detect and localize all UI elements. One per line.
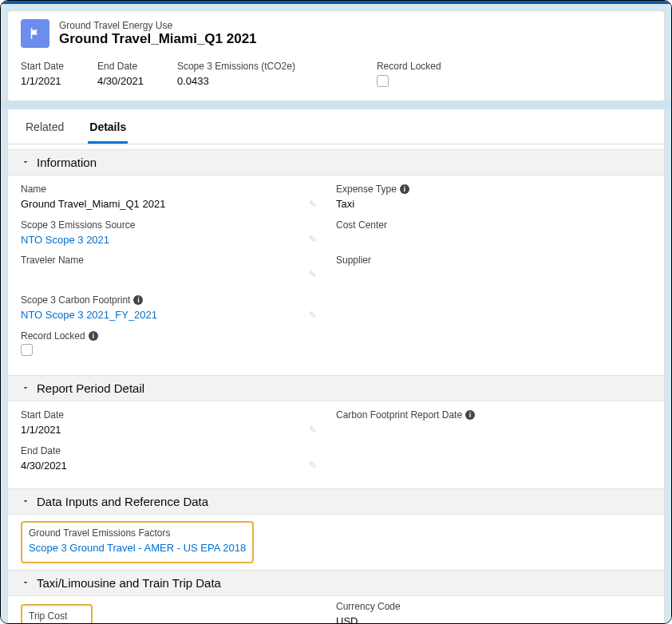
- edit-pencil-icon[interactable]: ✎: [309, 234, 317, 245]
- factors-link[interactable]: Scope 3 Ground Travel - AMER - US EPA 20…: [29, 542, 246, 554]
- tab-related[interactable]: Related: [24, 109, 65, 144]
- traveler-value: [21, 268, 320, 282]
- tab-bar: Related Details: [8, 109, 664, 144]
- edit-pencil-icon[interactable]: ✎: [309, 310, 317, 321]
- section-data-inputs-title: Data Inputs and Reference Data: [37, 495, 208, 508]
- cfr-date-value: [336, 423, 635, 436]
- cost-center-label: Cost Center: [336, 219, 635, 231]
- chevron-down-icon: [21, 495, 30, 508]
- chevron-down-icon: [21, 576, 30, 590]
- rp-start-date-label: Start Date: [21, 409, 320, 421]
- summary-scope3-value: 0.0433: [177, 75, 295, 87]
- summary-scope3-label: Scope 3 Emissions (tCO2e): [177, 61, 295, 72]
- record-locked-checkbox: [21, 344, 33, 356]
- info-icon[interactable]: i: [89, 331, 98, 341]
- info-icon[interactable]: i: [133, 295, 143, 305]
- summary-start-date-value: 1/1/2021: [21, 75, 64, 87]
- traveler-label: Traveler Name: [21, 255, 320, 266]
- edit-pencil-icon[interactable]: ✎: [309, 425, 317, 436]
- name-value: Ground Travel_Miami_Q1 2021: [21, 197, 320, 211]
- expense-type-value: Taxi: [336, 197, 635, 211]
- currency-label: Currency Code: [336, 601, 635, 612]
- section-report-period-header[interactable]: Report Period Detail: [8, 375, 664, 401]
- cost-center-value: [336, 233, 635, 247]
- factors-label: Ground Travel Emissions Factors: [29, 527, 246, 539]
- info-icon[interactable]: i: [465, 410, 475, 420]
- name-label: Name: [21, 184, 320, 195]
- summary-record-locked-checkbox: [377, 75, 389, 87]
- info-icon[interactable]: i: [400, 184, 409, 194]
- edit-pencil-icon[interactable]: ✎: [309, 460, 317, 471]
- flag-icon: [21, 19, 49, 48]
- edit-pencil-icon[interactable]: ✎: [309, 199, 317, 210]
- edit-pencil-icon[interactable]: ✎: [309, 269, 317, 280]
- summary-end-date-label: End Date: [97, 61, 144, 72]
- summary-record-locked-label: Record Locked: [377, 61, 441, 72]
- tab-details[interactable]: Details: [88, 109, 128, 144]
- cfr-date-label: Carbon Footprint Report Date: [336, 409, 462, 421]
- footprint-link[interactable]: NTO Scope 3 2021_FY_2021: [21, 309, 157, 321]
- emissions-factors-highlight: Ground Travel Emissions Factors Scope 3 …: [21, 521, 254, 563]
- section-information-header[interactable]: Information: [8, 149, 664, 176]
- rp-end-date-label: End Date: [21, 445, 320, 456]
- summary-end-date-value: 4/30/2021: [97, 75, 144, 87]
- source-label: Scope 3 Emissions Source: [21, 219, 320, 231]
- record-title: Ground Travel_Miami_Q1 2021: [59, 31, 257, 47]
- chevron-down-icon: [21, 156, 30, 169]
- section-data-inputs-header[interactable]: Data Inputs and Reference Data: [8, 488, 664, 515]
- rp-end-date-value: 4/30/2021: [21, 459, 320, 473]
- trip-cost-label: Trip Cost: [29, 610, 85, 622]
- summary-start-date-label: Start Date: [21, 61, 64, 72]
- section-trip-data-header[interactable]: Taxi/Limousine and Train Trip Data: [8, 570, 664, 596]
- supplier-value: [336, 268, 635, 282]
- rp-start-date-value: 1/1/2021: [21, 423, 320, 437]
- supplier-label: Supplier: [336, 255, 635, 266]
- summary-fields: Start Date 1/1/2021 End Date 4/30/2021 S…: [8, 54, 664, 101]
- trip-cost-highlight: Trip Cost 200.00: [21, 604, 93, 624]
- record-locked-label: Record Locked: [21, 330, 85, 342]
- chevron-down-icon: [21, 381, 30, 395]
- footprint-label: Scope 3 Carbon Footprint: [21, 294, 130, 306]
- section-information-title: Information: [37, 156, 97, 169]
- expense-type-label: Expense Type: [336, 184, 397, 195]
- source-link[interactable]: NTO Scope 3 2021: [21, 234, 109, 246]
- record-type-label: Ground Travel Energy Use: [59, 20, 257, 31]
- section-trip-data-title: Taxi/Limousine and Train Trip Data: [37, 576, 221, 590]
- record-header: Ground Travel Energy Use Ground Travel_M…: [8, 11, 664, 54]
- section-report-period-title: Report Period Detail: [37, 381, 144, 395]
- currency-value: USD: [336, 614, 635, 624]
